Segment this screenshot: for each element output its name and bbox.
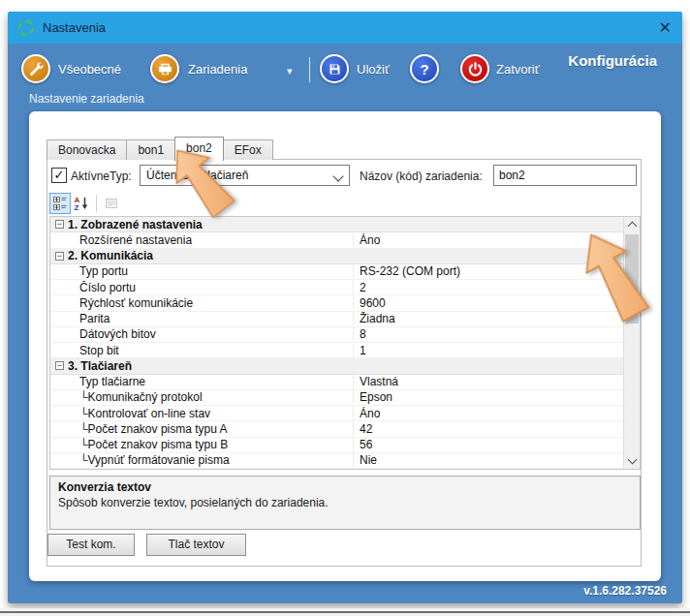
property-value[interactable]: 56 (353, 438, 623, 451)
settings-window: Nastavenia ✕ Všeobecné Zariadenia ▾ Ulož… (8, 12, 682, 603)
property-row[interactable]: Stop bit1 (50, 343, 623, 358)
check-icon: ✓ (54, 168, 65, 182)
active-checkbox[interactable]: ✓ (51, 168, 67, 183)
print-texts-button[interactable]: Tlač textov (146, 534, 246, 556)
toolbar-separator (309, 57, 310, 82)
close-icon[interactable]: ✕ (659, 20, 672, 36)
property-row[interactable]: −3. Tlačiareň (50, 358, 623, 374)
property-row[interactable]: −2. Komunikácia (50, 249, 623, 264)
tab-page-bon2: ✓ Aktívne Typ: Účtenková tlačiareň Názov… (47, 159, 642, 567)
property-value[interactable]: Nie (353, 453, 623, 467)
property-value[interactable]: Vlastná (353, 375, 623, 388)
category-label: 1. Zobrazené nastavenia (68, 218, 203, 231)
property-grid-toolbar: AZ (49, 191, 122, 215)
help-title: Konverzia textov (58, 480, 632, 494)
test-communication-button[interactable]: Test kom. (47, 534, 135, 556)
property-row[interactable]: └Počet znakov pisma typu B56 (50, 438, 623, 453)
property-row[interactable]: └Počet znakov pisma typu A42 (50, 421, 623, 437)
property-grid-rows: −1. Zobrazené nastaveniaRozšírené nastav… (50, 217, 623, 469)
save-label[interactable]: Uložiť (357, 62, 390, 77)
collapse-icon[interactable]: − (55, 252, 64, 261)
config-heading: Konfigurácia (568, 52, 657, 69)
property-row[interactable]: Rozšírené nastaveniaÁno (50, 232, 623, 248)
property-value[interactable]: Epson (353, 390, 623, 404)
help-button[interactable]: ? (410, 54, 439, 83)
property-name: Parita (50, 312, 353, 325)
property-row[interactable]: Rýchlosť komunikácie9600 (50, 295, 623, 311)
general-button[interactable] (21, 54, 50, 83)
property-row[interactable]: └Vypnúť formátovanie pismaNie (50, 453, 623, 469)
combo-dropdown-icon (332, 170, 343, 181)
category-label: 2. Komunikácia (68, 249, 153, 262)
help-icon: ? (410, 54, 439, 83)
screen-edge (0, 608, 690, 616)
collapse-icon[interactable]: − (55, 361, 64, 370)
general-label[interactable]: Všeobecné (58, 62, 121, 77)
wrench-icon (21, 54, 50, 83)
property-row[interactable]: ParitaŽiadna (50, 312, 623, 327)
property-name: └Kontrolovať on-line stav (50, 407, 353, 420)
window-title: Nastavenia (43, 20, 106, 35)
power-icon (460, 54, 489, 83)
property-value[interactable]: Áno (353, 407, 623, 420)
property-row[interactable]: Číslo portu2 (50, 280, 623, 295)
alphabetical-sort-button[interactable]: AZ (71, 193, 92, 214)
property-name: Rozšírené nastavenia (50, 233, 353, 247)
property-name: Rýchlosť komunikácie (50, 296, 353, 310)
property-help-panel: Konverzia textov Spôsob konverzie textov… (49, 476, 641, 530)
close-app-label[interactable]: Zatvoriť (496, 62, 540, 77)
categorized-button[interactable] (49, 193, 71, 214)
app-icon (18, 20, 34, 36)
property-value[interactable]: Žiadna (353, 312, 623, 325)
floppy-icon (320, 54, 349, 83)
property-name: Typ portu (50, 264, 353, 278)
property-name: Typ tlačiarne (50, 375, 353, 388)
property-row[interactable]: −1. Zobrazené nastavenia (50, 217, 623, 232)
titlebar: Nastavenia ✕ (8, 12, 682, 44)
printer-icon (150, 54, 179, 83)
property-name: Dátových bitov (50, 327, 353, 341)
property-name: └Počet znakov pisma typu A (50, 422, 353, 436)
content-panel: Bonovackabon1bon2EFox ✓ Aktívne Typ: Účt… (29, 111, 661, 581)
device-settings-subheading: Nastavenie zariadenia (29, 92, 144, 106)
property-value[interactable]: 2 (353, 281, 623, 294)
svg-text:Z: Z (75, 203, 79, 211)
property-value[interactable]: 42 (353, 422, 623, 436)
device-name-label: Názov (kód) zariadenia: (360, 169, 483, 183)
property-name: Číslo portu (50, 281, 353, 294)
help-text: Spôsob konverzie textov, posielaných do … (58, 496, 632, 509)
close-app-button[interactable] (460, 54, 489, 83)
screen-edge-line (0, 611, 690, 613)
property-row[interactable]: Typ portuRS-232 (COM port) (50, 264, 623, 280)
property-row[interactable]: Typ tlačiarneVlastná (50, 375, 623, 390)
devices-label[interactable]: Zariadenia (188, 62, 247, 77)
property-name: └Počet znakov pisma typu B (50, 438, 353, 451)
property-name: └Vypnúť formátovanie pisma (50, 453, 353, 467)
version-label: v.1.6.282.37526 (583, 584, 667, 598)
property-name: Stop bit (50, 344, 353, 357)
property-row[interactable]: └Kontrolovať on-line stavÁno (50, 406, 623, 421)
tab-Bonovacka[interactable]: Bonovacka (47, 139, 127, 160)
property-row[interactable]: └Komunikačný protokolEpson (50, 390, 623, 406)
type-label: Typ: (110, 169, 132, 183)
property-grid: −1. Zobrazené nastaveniaRozšírené nastav… (49, 216, 641, 470)
active-label: Aktívne (71, 169, 110, 183)
property-value[interactable]: 8 (353, 327, 623, 341)
category-label: 3. Tlačiareň (68, 359, 132, 373)
device-name-input[interactable] (493, 165, 637, 186)
collapse-icon[interactable]: − (55, 220, 64, 229)
tab-strip: Bonovackabon1bon2EFox (47, 137, 272, 160)
property-value[interactable]: 9600 (353, 296, 623, 310)
pg-toolbar-separator (96, 195, 97, 212)
devices-button[interactable] (150, 54, 179, 83)
scroll-up-icon[interactable] (624, 217, 640, 232)
property-name: └Komunikačný protokol (50, 390, 353, 404)
property-row[interactable]: Dátových bitov8 (50, 327, 623, 343)
property-value[interactable]: 1 (353, 344, 623, 357)
property-pages-button (101, 193, 122, 214)
save-button[interactable] (320, 54, 349, 83)
scroll-down-icon[interactable] (624, 453, 640, 469)
devices-dropdown-icon[interactable]: ▾ (287, 65, 293, 77)
tab-EFox[interactable]: EFox (223, 139, 273, 160)
